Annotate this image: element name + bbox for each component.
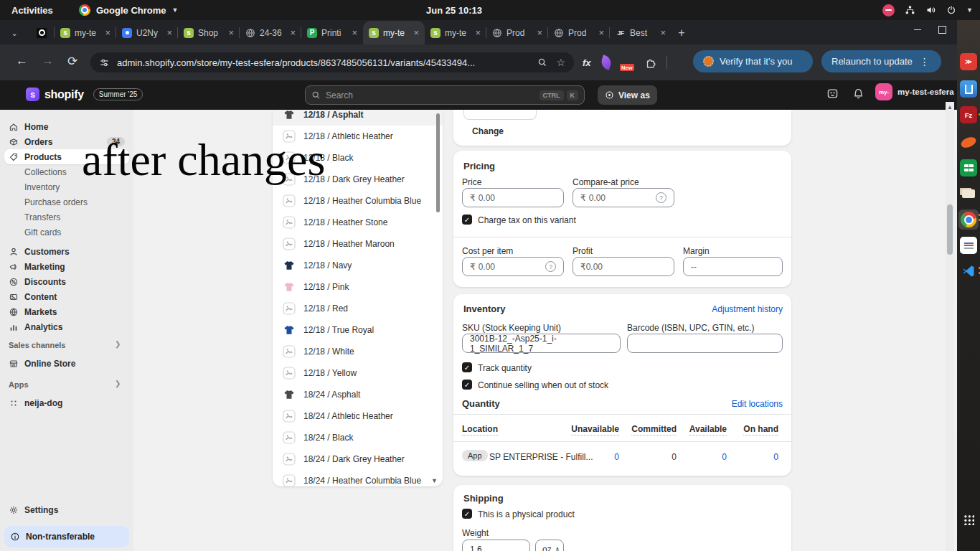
reload-button[interactable]: ⟳ xyxy=(67,54,77,69)
sidebar-item-transfers[interactable]: Transfers xyxy=(4,209,129,225)
weight-input[interactable]: 1.6 xyxy=(462,540,530,551)
activities-button[interactable]: Activities xyxy=(11,5,53,16)
browser-tab-shop[interactable]: sShop× xyxy=(178,21,240,44)
browser-tab-u2ny[interactable]: U2Ny× xyxy=(116,21,178,44)
profit-input[interactable]: ₹0.00 xyxy=(573,257,674,276)
apps-header[interactable]: Apps xyxy=(9,380,29,389)
chevron-right-icon[interactable]: ❯ xyxy=(115,340,121,348)
verify-button[interactable]: Verify that it's you xyxy=(693,50,813,72)
chrome-dock-icon[interactable] xyxy=(958,209,979,230)
browser-tab-my-te[interactable]: smy-te× xyxy=(425,21,486,44)
variant-row[interactable]: 18/24 / Heather Columbia Blue xyxy=(273,470,443,486)
price-input[interactable]: ₹ 0.00 xyxy=(462,188,564,207)
sidebar-item-analytics[interactable]: Analytics xyxy=(4,319,129,334)
writer-dock-icon[interactable] xyxy=(960,80,977,98)
variant-row[interactable]: 12/18 / Pink xyxy=(273,276,443,298)
available-column-header[interactable]: Available xyxy=(683,424,727,434)
weight-unit-select[interactable]: oz ▲▼ xyxy=(535,540,564,551)
adjustment-history-link[interactable]: Adjustment history xyxy=(712,304,783,314)
unavailable-value[interactable]: 0 xyxy=(565,452,619,462)
document-viewer-dock-icon[interactable] xyxy=(960,237,977,254)
tab-close-icon[interactable]: × xyxy=(105,27,110,38)
barcode-input[interactable] xyxy=(627,334,783,353)
variant-row[interactable]: 12/18 / Heather Stone xyxy=(273,212,443,233)
restore-button[interactable] xyxy=(938,26,946,34)
non-transferable-banner[interactable]: Non-transferable xyxy=(4,526,129,547)
variant-row[interactable]: 12/18 / Red xyxy=(273,298,443,319)
scroll-down-icon[interactable]: ▼ xyxy=(431,477,438,484)
browser-tab-prod[interactable]: Prod× xyxy=(486,21,548,44)
browser-tab-prod[interactable]: Prod× xyxy=(548,21,610,44)
browser-tab-my-te[interactable]: smy-te× xyxy=(363,21,425,44)
filezilla-dock-icon[interactable]: Fz xyxy=(960,106,977,123)
scrollbar-thumb[interactable] xyxy=(947,204,953,255)
active-app-menu[interactable]: Google Chrome ▼ xyxy=(79,4,178,16)
variant-row[interactable]: 18/24 / Black xyxy=(273,427,443,448)
variant-row[interactable]: 12/18 / Heather Columbia Blue xyxy=(273,190,443,212)
sku-input[interactable]: 3001B-12_-Asp25-1_i-1_SIMILAR_1_7 xyxy=(462,334,621,353)
sidebar-item-discounts[interactable]: Discounts xyxy=(4,274,129,289)
committed-column-header[interactable]: Committed xyxy=(629,424,677,434)
tab-close-icon[interactable]: × xyxy=(290,27,296,38)
fx-extension-icon[interactable]: fx xyxy=(583,57,591,68)
minimize-button[interactable] xyxy=(914,29,921,30)
help-icon[interactable]: ? xyxy=(545,261,556,272)
sidebar-item-settings[interactable]: Settings xyxy=(4,502,129,517)
sidebar-item-marketing[interactable]: Marketing xyxy=(4,259,129,274)
store-name[interactable]: my-test-esfera xyxy=(897,88,954,96)
files-dock-icon[interactable] xyxy=(960,185,977,202)
chevron-right-icon[interactable]: ❯ xyxy=(115,380,121,387)
tab-close-icon[interactable]: × xyxy=(413,27,419,38)
variant-row[interactable]: 18/24 / Asphalt xyxy=(273,384,443,405)
browser-tab-printi[interactable]: PPrinti× xyxy=(301,21,363,44)
tab-close-icon[interactable]: × xyxy=(352,27,357,38)
continue-selling-checkbox[interactable]: ✓ xyxy=(462,380,472,390)
tab-close-icon[interactable]: × xyxy=(228,27,234,38)
variant-row[interactable]: 12/18 / Yellow xyxy=(273,362,443,384)
tab-close-icon[interactable]: × xyxy=(475,27,481,38)
charge-tax-checkbox[interactable]: ✓ xyxy=(462,215,472,225)
edit-locations-link[interactable]: Edit locations xyxy=(732,399,783,409)
variant-row[interactable]: 12/18 / Asphalt xyxy=(273,110,443,126)
tab-close-icon[interactable]: × xyxy=(166,27,172,38)
compare-at-price-input[interactable]: ₹ 0.00 ? xyxy=(573,188,674,207)
sidebar-item-content[interactable]: Content xyxy=(4,289,129,304)
sidebar-item-purchase-orders[interactable]: Purchase orders xyxy=(4,194,129,209)
vscode-dock-icon[interactable] xyxy=(960,263,977,280)
sidebar-item-gift-cards[interactable]: Gift cards xyxy=(4,225,129,240)
stepper-icons[interactable]: ▲▼ xyxy=(555,546,560,551)
zoom-icon[interactable] xyxy=(537,57,547,67)
browser-tab-pinned[interactable] xyxy=(29,21,55,44)
tab-close-icon[interactable]: × xyxy=(660,27,666,38)
search-input[interactable]: Search CTRL K xyxy=(305,85,585,105)
variant-list-scrollbar[interactable] xyxy=(436,113,440,212)
help-icon[interactable]: ? xyxy=(656,192,666,203)
variant-row[interactable]: 12/18 / White xyxy=(273,341,443,362)
sidebar-item-home[interactable]: Home xyxy=(4,119,129,134)
avatar[interactable]: my- xyxy=(875,83,892,100)
new-tab-button[interactable]: + xyxy=(672,21,692,44)
variant-row[interactable]: 12/18 / True Royal xyxy=(273,319,443,341)
app-grid-dock-icon[interactable] xyxy=(960,511,977,528)
sidebar-item-neija-dog[interactable]: neija-dog xyxy=(4,395,129,410)
available-value[interactable]: 0 xyxy=(683,452,727,462)
relaunch-to-update-button[interactable]: Relaunch to update ⋮ xyxy=(821,50,941,72)
forward-button[interactable]: → xyxy=(42,54,54,68)
sidebar-item-online-store[interactable]: Online Store xyxy=(4,356,129,371)
feather-extension-icon[interactable] xyxy=(599,55,613,70)
tab-search-button[interactable]: ⌄ xyxy=(7,26,22,40)
back-button[interactable]: ← xyxy=(16,54,28,68)
tab-close-icon[interactable]: × xyxy=(537,27,542,38)
site-info-icon[interactable] xyxy=(99,57,110,68)
variant-row[interactable]: 18/24 / Dark Grey Heather xyxy=(273,448,443,470)
sales-channels-header[interactable]: Sales channels xyxy=(9,341,66,349)
on-hand-value[interactable]: 0 xyxy=(737,452,778,462)
notifications-bell-icon[interactable] xyxy=(852,88,864,100)
sidebar-item-customers[interactable]: Customers xyxy=(4,244,129,259)
variant-row[interactable]: 12/18 / Heather Maroon xyxy=(273,233,443,255)
sidebar-item-markets[interactable]: Markets xyxy=(4,304,129,319)
red-app-dock-icon[interactable]: ≫ xyxy=(960,53,977,70)
browser-tab-my-te[interactable]: smy-te× xyxy=(55,21,116,44)
shopify-logo[interactable]: s shopify Summer '25 xyxy=(26,88,143,101)
system-tray[interactable]: ▼ xyxy=(882,4,973,17)
